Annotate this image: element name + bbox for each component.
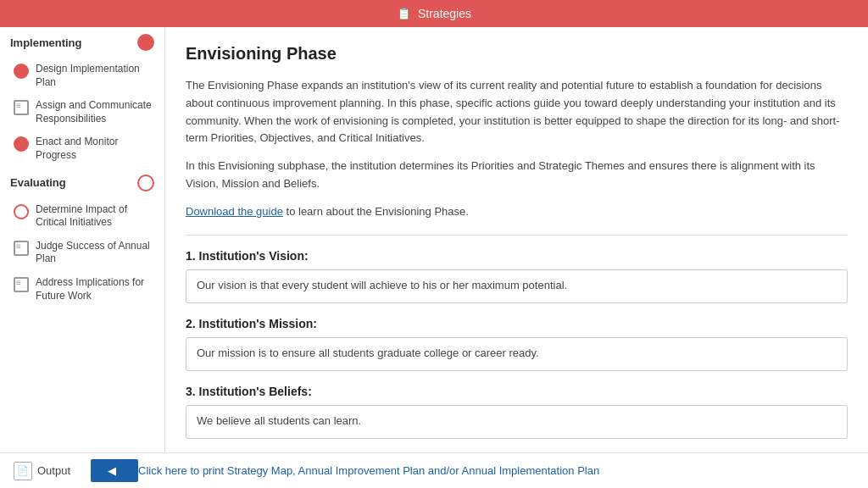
evaluating-section-header[interactable]: Evaluating [0, 168, 164, 198]
output-icon: 📄 [14, 462, 32, 480]
judge-success-icon [14, 241, 29, 256]
sidebar-item-design-impl[interactable]: Design Implementation Plan [0, 58, 164, 94]
mission-label: 2. Institution's Mission: [186, 317, 848, 330]
main-content: Envisioning Phase The Envisioning Phase … [165, 27, 868, 452]
sidebar-item-judge-success[interactable]: Judge Success of Annual Plan [0, 235, 164, 271]
implementing-section-header[interactable]: Implementing [0, 27, 164, 58]
sidebar: Implementing Design Implementation Plan … [0, 27, 165, 452]
download-guide-link[interactable]: Download the guide [186, 205, 283, 218]
implementing-label: Implementing [10, 36, 82, 49]
assign-comm-icon [14, 100, 29, 115]
sidebar-item-label: Address Implications for Future Work [36, 276, 154, 302]
sidebar-item-label: Determine Impact of Critical Initiatives [36, 203, 154, 230]
output-section: 📄 Output [14, 462, 70, 480]
strategies-icon: 📋 [397, 7, 411, 20]
paragraph-1: The Envisioning Phase expands an institu… [186, 77, 848, 147]
address-implications-icon [14, 277, 29, 292]
sidebar-item-label: Enact and Monitor Progress [36, 136, 154, 162]
paragraph-2: In this Envisioning subphase, the instit… [186, 158, 848, 193]
sidebar-item-enact-monitor[interactable]: Enact and Monitor Progress [0, 130, 164, 167]
content-divider [186, 235, 848, 236]
sidebar-item-assign-comm[interactable]: Assign and Communicate Responsibilities [0, 94, 164, 130]
beliefs-field[interactable]: We believe all students can learn. [186, 405, 848, 439]
implementing-toggle[interactable] [137, 34, 154, 51]
sidebar-item-address-implications[interactable]: Address Implications for Future Work [0, 271, 164, 308]
vision-field[interactable]: Our vision is that every student will ac… [186, 269, 848, 303]
page-header: 📋 Strategies [0, 0, 868, 27]
print-link[interactable]: Click here to print Strategy Map, Annual… [138, 464, 599, 477]
determine-impact-icon [14, 204, 29, 219]
beliefs-label: 3. Institution's Beliefs: [186, 385, 848, 398]
header-title: Strategies [418, 7, 471, 20]
enact-monitor-icon [14, 136, 29, 152]
design-impl-icon [14, 64, 29, 79]
sidebar-item-label: Judge Success of Annual Plan [36, 240, 154, 266]
sidebar-item-label: Assign and Communicate Responsibilities [36, 99, 154, 125]
evaluating-toggle[interactable] [137, 175, 154, 191]
output-label: Output [37, 464, 70, 477]
evaluating-label: Evaluating [10, 176, 66, 189]
mission-field[interactable]: Our mission is to ensure all students gr… [186, 337, 848, 371]
footer: 📄 Output Click here to print Strategy Ma… [0, 452, 868, 488]
arrow-button[interactable] [91, 459, 138, 482]
sidebar-item-label: Design Implementation Plan [36, 63, 154, 89]
page-title: Envisioning Phase [186, 44, 848, 64]
vision-label: 1. Institution's Vision: [186, 249, 848, 263]
sidebar-item-determine-impact[interactable]: Determine Impact of Critical Initiatives [0, 198, 164, 235]
paragraph-3: Download the guide to learn about the En… [186, 203, 848, 221]
